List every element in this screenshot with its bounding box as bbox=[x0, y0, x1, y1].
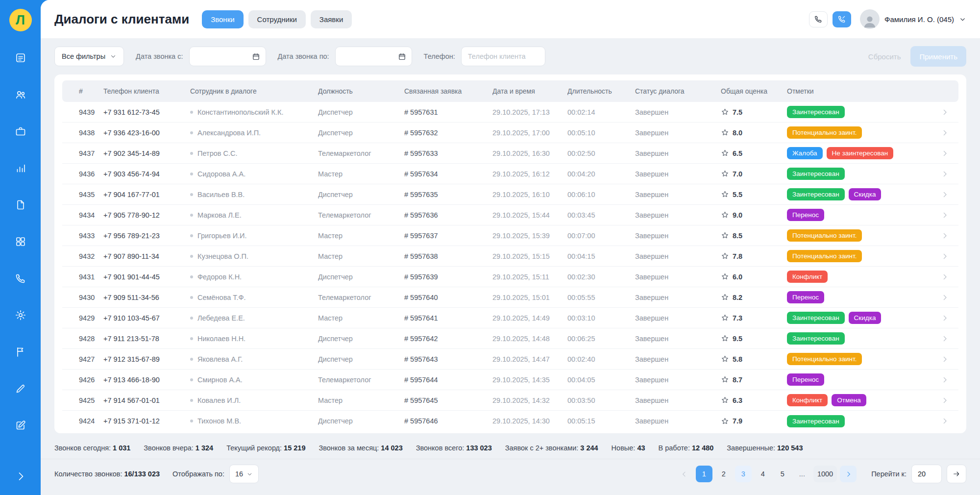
page-button-5[interactable]: 5 bbox=[774, 466, 791, 482]
row-chevron-icon[interactable] bbox=[935, 335, 958, 343]
cell-ticket: # 5957632 bbox=[404, 129, 492, 137]
goto-page-button[interactable] bbox=[947, 465, 966, 483]
row-chevron-icon[interactable] bbox=[935, 191, 958, 198]
user-menu[interactable]: Фамилия И. О. (045) bbox=[860, 9, 966, 29]
table-row[interactable]: 9426+7 913 466-18-90Смирнов А.А.Телемарк… bbox=[62, 370, 958, 390]
cell-employee: Семёнова Т.Ф. bbox=[190, 294, 318, 301]
table-row[interactable]: 9434+7 905 778-90-12Маркова Л.Е.Телемарк… bbox=[62, 205, 958, 225]
cell-client-phone: +7 913 466-18-90 bbox=[103, 376, 190, 384]
tag-badge: Перенос bbox=[787, 291, 824, 303]
column-header-8: Общая оценка bbox=[721, 87, 787, 95]
page-button-2[interactable]: 2 bbox=[715, 466, 732, 482]
goto-page-input[interactable] bbox=[911, 465, 942, 483]
cell-employee: Петров С.С. bbox=[190, 149, 318, 157]
sidebar-item-briefcase[interactable] bbox=[15, 125, 26, 137]
row-chevron-icon[interactable] bbox=[935, 417, 958, 425]
cell-status: Завершен bbox=[635, 396, 721, 404]
table-row[interactable]: 9431+7 901 901-44-45Федоров К.Н.Диспетче… bbox=[62, 267, 958, 287]
cell-datetime: 29.10.2025, 15:01 bbox=[492, 294, 567, 301]
sidebar-item-feed[interactable] bbox=[15, 52, 26, 64]
table-row[interactable]: 9435+7 904 167-77-01Васильев В.В.Диспетч… bbox=[62, 184, 958, 205]
table-row[interactable]: 9433+7 956 789-21-23Григорьев И.И.Мастер… bbox=[62, 225, 958, 246]
prev-page-button[interactable] bbox=[676, 466, 693, 482]
calendar-icon[interactable] bbox=[252, 52, 260, 61]
row-chevron-icon[interactable] bbox=[935, 149, 958, 157]
cell-duration: 00:05:55 bbox=[567, 294, 635, 301]
cell-datetime: 29.10.2025, 14:30 bbox=[492, 417, 567, 425]
calendar-icon[interactable] bbox=[398, 52, 406, 61]
row-chevron-icon[interactable] bbox=[935, 232, 958, 240]
tab-tickets[interactable]: Заявки bbox=[311, 10, 352, 28]
sidebar-item-chart[interactable] bbox=[15, 162, 26, 174]
per-page-label: Отображать по: bbox=[172, 470, 224, 478]
row-chevron-icon[interactable] bbox=[935, 314, 958, 322]
phone-filter-input[interactable] bbox=[467, 52, 539, 61]
row-chevron-icon[interactable] bbox=[935, 211, 958, 219]
cell-row-id: 9431 bbox=[62, 273, 103, 281]
column-header-7: Статус диалога bbox=[635, 87, 721, 95]
cell-datetime: 29.10.2025, 15:15 bbox=[492, 252, 567, 260]
sidebar-item-edit[interactable] bbox=[15, 420, 26, 431]
tab-employees[interactable]: Сотрудники bbox=[248, 10, 306, 28]
phone-off-button[interactable] bbox=[833, 11, 851, 27]
sidebar-collapse-button[interactable] bbox=[15, 470, 26, 482]
apply-button[interactable]: Применить bbox=[910, 46, 966, 67]
sidebar-item-gear[interactable] bbox=[15, 309, 26, 321]
phone-button[interactable] bbox=[809, 11, 828, 27]
row-chevron-icon[interactable] bbox=[935, 170, 958, 178]
sidebar-item-apps[interactable] bbox=[15, 236, 26, 248]
row-chevron-icon[interactable] bbox=[935, 108, 958, 116]
cell-ticket: # 5957637 bbox=[404, 232, 492, 240]
row-chevron-icon[interactable] bbox=[935, 294, 958, 301]
row-chevron-icon[interactable] bbox=[935, 355, 958, 363]
tab-calls[interactable]: Звонки bbox=[202, 10, 243, 28]
all-filters-button[interactable]: Все фильтры bbox=[54, 47, 124, 66]
next-page-button[interactable] bbox=[840, 466, 857, 482]
reset-button[interactable]: Сбросить bbox=[864, 48, 905, 66]
cell-status: Завершен bbox=[635, 149, 721, 157]
table-row[interactable]: 9428+7 911 213-51-78Николаев Н.Н.Диспетч… bbox=[62, 328, 958, 349]
app-logo[interactable]: Л bbox=[9, 9, 32, 31]
table-row[interactable]: 9424+7 915 371-01-12Тихонов М.В.Диспетче… bbox=[62, 411, 958, 431]
table-row[interactable]: 9430+7 909 511-34-56Семёнова Т.Ф.Телемар… bbox=[62, 287, 958, 308]
tag-badge: Жалоба bbox=[787, 147, 823, 159]
sidebar-item-pen[interactable] bbox=[15, 383, 26, 395]
cell-row-id: 9432 bbox=[62, 252, 103, 260]
page-button-3[interactable]: 3 bbox=[735, 466, 752, 482]
cell-row-id: 9437 bbox=[62, 149, 103, 157]
table-row[interactable]: 9437+7 902 345-14-89Петров С.С.Телемарке… bbox=[62, 143, 958, 164]
date-from-input[interactable] bbox=[195, 52, 248, 61]
cell-employee: Федоров К.Н. bbox=[190, 273, 318, 281]
table-row[interactable]: 9439+7 931 612-73-45Константинопольский … bbox=[62, 102, 958, 123]
table-row[interactable]: 9425+7 914 567-01-01Ковалев И.Л.Мастер# … bbox=[62, 390, 958, 411]
cell-ticket: # 5957631 bbox=[404, 108, 492, 116]
row-chevron-icon[interactable] bbox=[935, 376, 958, 384]
table-row[interactable]: 9438+7 936 423-16-00Александрова И.П.Дис… bbox=[62, 123, 958, 143]
cell-employee: Маркова Л.Е. bbox=[190, 211, 318, 219]
page-button-4[interactable]: 4 bbox=[755, 466, 771, 482]
sidebar-item-document[interactable] bbox=[15, 199, 26, 211]
sidebar-item-flag[interactable] bbox=[15, 346, 26, 358]
stat-item: Новые:43 bbox=[612, 444, 645, 452]
table-row[interactable]: 9429+7 910 103-45-67Лебедева Е.Е.Мастер#… bbox=[62, 308, 958, 328]
cell-duration: 00:02:40 bbox=[567, 355, 635, 363]
row-chevron-icon[interactable] bbox=[935, 273, 958, 281]
table-row[interactable]: 9436+7 903 456-74-94Сидорова А.А.Мастер#… bbox=[62, 164, 958, 184]
date-to-input[interactable] bbox=[341, 52, 394, 61]
row-chevron-icon[interactable] bbox=[935, 129, 958, 137]
cell-duration: 00:06:25 bbox=[567, 335, 635, 343]
sidebar-item-phone[interactable] bbox=[15, 272, 26, 284]
sidebar-item-users[interactable] bbox=[15, 89, 26, 100]
table-row[interactable]: 9427+7 912 315-67-89Яковлева А.Г.Диспетч… bbox=[62, 349, 958, 370]
row-chevron-icon[interactable] bbox=[935, 252, 958, 260]
page-button-1[interactable]: 1 bbox=[696, 466, 712, 482]
per-page-select[interactable]: 16 bbox=[229, 465, 259, 483]
cell-status: Завершен bbox=[635, 273, 721, 281]
star-icon bbox=[721, 149, 729, 157]
table-row[interactable]: 9432+7 907 890-11-34Кузнецова О.П.Мастер… bbox=[62, 246, 958, 267]
tag-badge: Конфликт bbox=[787, 271, 828, 283]
row-chevron-icon[interactable] bbox=[935, 396, 958, 404]
page-button-1000[interactable]: 1000 bbox=[813, 466, 837, 482]
cell-position: Диспетчер bbox=[318, 129, 404, 137]
employee-status-dot bbox=[190, 131, 193, 134]
